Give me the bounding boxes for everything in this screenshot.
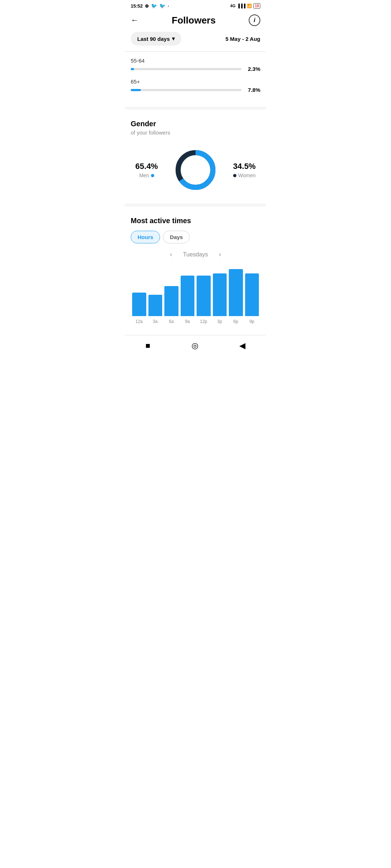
men-pct: 65.4% xyxy=(129,162,165,171)
chart-time-label: 9p xyxy=(245,319,259,324)
date-filter-button[interactable]: Last 90 days ▾ xyxy=(131,32,181,46)
bar-fill-65plus xyxy=(131,89,141,91)
donut-chart xyxy=(172,146,219,193)
day-navigation: ‹ Tuesdays › xyxy=(131,251,260,258)
chart-labels: 12a3a6a9a12p3p6p9p xyxy=(131,319,260,324)
chart-col xyxy=(132,293,146,316)
age-label-55-64: 55-64 xyxy=(131,58,260,64)
chart-bar xyxy=(197,276,211,316)
age-row-65plus: 65+ 7.8% xyxy=(131,78,260,93)
gender-section: Gender of your followers 65.4% Men xyxy=(125,110,266,204)
svg-point-3 xyxy=(183,158,208,182)
chart-time-label: 3p xyxy=(213,319,227,324)
chart-col xyxy=(164,286,178,316)
chart-time-label: 6p xyxy=(229,319,243,324)
chart-bar xyxy=(132,293,146,316)
network-type: 4G xyxy=(230,4,236,8)
women-pct: 34.5% xyxy=(226,162,262,171)
whatsapp-icon: ⊕ xyxy=(145,3,149,9)
status-bar: 15:52 ⊕ 🐦 🐦 · 4G ▐▐▐ 📶 19 xyxy=(125,0,266,10)
bar-pct-55-64: 2.3% xyxy=(245,66,260,72)
chart-bar xyxy=(148,295,163,316)
tab-days[interactable]: Days xyxy=(163,231,190,243)
chart-col xyxy=(245,273,259,316)
triangle-nav-icon[interactable]: ◀ xyxy=(239,341,245,350)
men-dot xyxy=(151,174,154,177)
chart-bar xyxy=(164,286,178,316)
women-label: Women xyxy=(226,173,262,178)
current-day-label: Tuesdays xyxy=(183,251,208,258)
bar-row-65plus: 7.8% xyxy=(131,87,260,93)
battery-indicator: 19 xyxy=(253,3,260,9)
age-section: 55-64 2.3% 65+ 7.8% xyxy=(125,52,266,107)
chart-time-label: 12a xyxy=(132,319,146,324)
gender-subtitle: of your followers xyxy=(131,129,260,136)
active-times-section: Most active times Hours Days ‹ Tuesdays … xyxy=(125,207,266,331)
chart-time-label: 12p xyxy=(197,319,211,324)
chart-time-label: 6a xyxy=(164,319,178,324)
date-range-label: 5 May - 2 Aug xyxy=(226,36,260,42)
chart-col xyxy=(229,269,243,316)
prev-day-button[interactable]: ‹ xyxy=(170,251,172,258)
chart-col xyxy=(181,276,195,316)
bar-chart xyxy=(131,265,260,316)
men-stat: 65.4% Men xyxy=(129,162,165,178)
bar-row-55-64: 2.3% xyxy=(131,66,260,72)
chart-col xyxy=(213,273,227,316)
header: ← Followers i xyxy=(125,10,266,32)
gender-chart-row: 65.4% Men 34.5% Women xyxy=(131,146,260,193)
circle-nav-icon[interactable]: ◎ xyxy=(192,341,198,350)
chart-time-label: 9a xyxy=(181,319,195,324)
section-divider-1 xyxy=(125,107,266,110)
wifi-icon: 📶 xyxy=(247,4,252,8)
women-dot xyxy=(233,174,236,177)
dot: · xyxy=(168,3,169,9)
donut-svg xyxy=(172,146,219,193)
chart-bar xyxy=(181,276,195,316)
twitter-icon-2: 🐦 xyxy=(159,3,165,9)
tab-hours[interactable]: Hours xyxy=(131,231,160,243)
square-nav-icon[interactable]: ■ xyxy=(146,341,150,350)
status-left: 15:52 ⊕ 🐦 🐦 · xyxy=(131,3,169,9)
status-right: 4G ▐▐▐ 📶 19 xyxy=(230,3,260,9)
men-label: Men xyxy=(129,173,165,178)
section-divider-2 xyxy=(125,204,266,207)
signal-icon: ▐▐▐ xyxy=(237,4,245,8)
page-title: Followers xyxy=(172,15,215,26)
controls-row: Last 90 days ▾ 5 May - 2 Aug xyxy=(125,32,266,51)
time: 15:52 xyxy=(131,3,143,9)
info-button[interactable]: i xyxy=(249,14,260,26)
gender-title: Gender xyxy=(131,120,260,128)
age-row-55-64: 55-64 2.3% xyxy=(131,58,260,72)
bar-pct-65plus: 7.8% xyxy=(245,87,260,93)
tabs-row: Hours Days xyxy=(131,231,260,243)
bar-track-55-64 xyxy=(131,68,241,70)
bottom-navigation: ■ ◎ ◀ xyxy=(125,335,266,358)
bar-track-65plus xyxy=(131,89,241,91)
men-text: Men xyxy=(139,173,149,178)
chart-bar xyxy=(229,269,243,316)
chart-bar xyxy=(245,273,259,316)
bar-fill-55-64 xyxy=(131,68,134,70)
chart-time-label: 3a xyxy=(148,319,163,324)
next-day-button[interactable]: › xyxy=(219,251,221,258)
women-text: Women xyxy=(238,173,256,178)
twitter-icon-1: 🐦 xyxy=(151,3,157,9)
chart-bar xyxy=(213,273,227,316)
women-stat: 34.5% Women xyxy=(226,162,262,178)
chart-col xyxy=(197,276,211,316)
age-label-65plus: 65+ xyxy=(131,78,260,85)
chart-col xyxy=(148,295,163,316)
active-times-title: Most active times xyxy=(131,217,260,225)
back-button[interactable]: ← xyxy=(131,16,139,25)
